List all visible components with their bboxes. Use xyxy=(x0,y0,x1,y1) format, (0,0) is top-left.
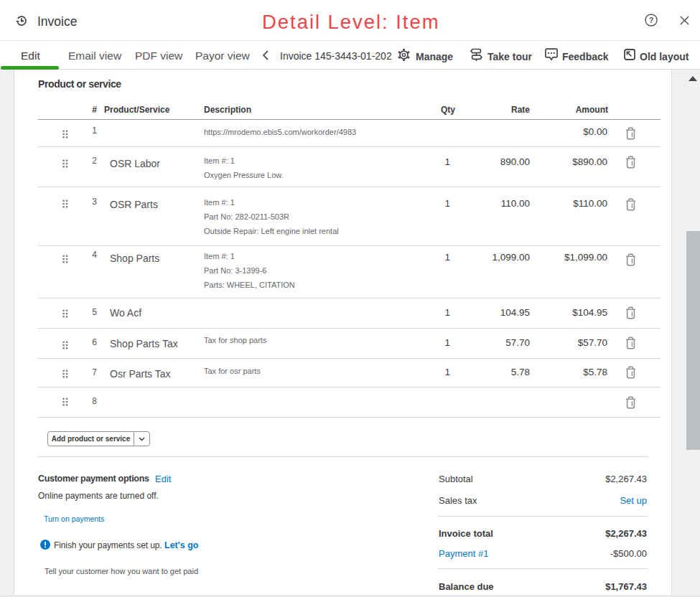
svg-text:?: ? xyxy=(649,16,654,24)
